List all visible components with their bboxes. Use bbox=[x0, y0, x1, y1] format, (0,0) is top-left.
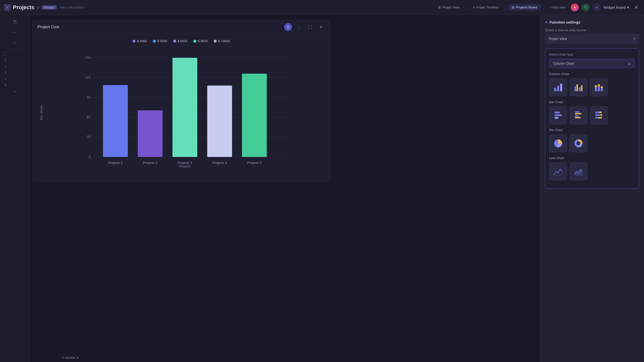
data-source-label: Select a view as data source bbox=[545, 28, 639, 32]
timeline-icon: ≡ bbox=[473, 5, 475, 9]
tab-projec-timeline[interactable]: ≡ Projec Timeline bbox=[470, 4, 502, 11]
column-chart-single[interactable] bbox=[549, 78, 567, 96]
records-label: 5 records bbox=[62, 356, 76, 360]
sidebar-row-4: 4 bbox=[0, 76, 30, 82]
legend-item-3: $ 6650 bbox=[173, 39, 188, 43]
svg-rect-39 bbox=[555, 114, 562, 116]
svg-rect-45 bbox=[575, 117, 580, 118]
column-chart-section-title: Column Chart bbox=[549, 72, 635, 76]
tab-divider-1: ⋮ bbox=[464, 5, 468, 10]
svg-text:Projects 5: Projects 5 bbox=[247, 161, 262, 165]
column-chart-stacked[interactable] bbox=[590, 78, 608, 96]
svg-rect-16 bbox=[242, 74, 267, 157]
more-options-button[interactable]: ⋮ bbox=[295, 23, 303, 31]
y-axis-label: Est. Hours bbox=[40, 105, 43, 120]
top-bar-left: # Projects ☆ Manager Add a description ⊞… bbox=[4, 4, 568, 11]
svg-rect-47 bbox=[595, 112, 599, 113]
star-icon[interactable]: ☆ bbox=[36, 5, 40, 10]
chart-type-selector: Select chart type Column Chart ▲ Column … bbox=[545, 48, 639, 188]
board-icon: ⊟ bbox=[512, 5, 514, 9]
pie-chart-standard[interactable] bbox=[549, 134, 567, 152]
svg-point-56 bbox=[576, 141, 580, 145]
pie-chart-section-title: Pie Chart bbox=[549, 128, 635, 132]
svg-rect-14 bbox=[172, 58, 197, 157]
column-chart-grouped[interactable] bbox=[570, 78, 588, 96]
legend-dot-3 bbox=[173, 40, 176, 43]
bar-chart-single[interactable] bbox=[549, 106, 567, 124]
bar-chart-grouped[interactable] bbox=[570, 106, 588, 124]
chart-type-value: Column Chart bbox=[553, 61, 574, 65]
line-chart-area[interactable] bbox=[570, 162, 588, 180]
settings-button[interactable]: ⚙ bbox=[284, 23, 292, 31]
project-title: Projects bbox=[13, 4, 34, 11]
close-button[interactable]: ✕ bbox=[632, 3, 640, 11]
widget-board-button[interactable]: Widget board ▾ bbox=[604, 5, 629, 10]
bar-chart-stacked[interactable] bbox=[590, 106, 608, 124]
user-avatar[interactable]: A bbox=[571, 3, 579, 11]
sidebar-menu-btn[interactable]: ☰ bbox=[10, 17, 20, 27]
svg-rect-22 bbox=[554, 88, 556, 91]
svg-rect-31 bbox=[595, 87, 597, 91]
svg-rect-36 bbox=[601, 86, 603, 88]
sidebar-forward-btn[interactable]: → bbox=[10, 38, 20, 48]
svg-text:30: 30 bbox=[86, 135, 90, 139]
pie-chart-donut[interactable] bbox=[570, 134, 588, 152]
svg-rect-52 bbox=[598, 117, 602, 118]
chart-inner: 150 120 90 60 30 0 bbox=[45, 48, 325, 177]
nav-tabs: ⊞ Projec View ⋮ ≡ Projec Timeline ⋮ ⊟ Pr… bbox=[435, 4, 568, 11]
svg-point-60 bbox=[560, 169, 560, 170]
svg-point-57 bbox=[554, 174, 555, 175]
svg-rect-40 bbox=[555, 117, 558, 119]
tab-projec-view[interactable]: ⊞ Projec View bbox=[435, 4, 463, 11]
header-checkbox[interactable] bbox=[3, 52, 7, 56]
svg-text:Projects 3: Projects 3 bbox=[178, 161, 192, 165]
line-chart-icons bbox=[549, 162, 635, 180]
chart-type-label: Select chart type bbox=[549, 52, 635, 56]
chart-body: $ 4460 $ 5560 $ 6650 $ 8825 bbox=[32, 34, 330, 182]
svg-rect-27 bbox=[576, 84, 578, 91]
line-chart-standard[interactable] bbox=[549, 162, 567, 180]
svg-text:120: 120 bbox=[85, 75, 91, 79]
sidebar-back-btn[interactable]: ← bbox=[10, 27, 20, 37]
chart-type-dropdown[interactable]: Column Chart ▲ bbox=[549, 59, 635, 68]
chart-area: Est. Hours bbox=[38, 48, 325, 177]
svg-rect-13 bbox=[138, 110, 162, 157]
add-row-button[interactable]: + bbox=[10, 88, 19, 95]
function-settings-title: ● Function settings bbox=[545, 20, 639, 24]
tab-projects-board[interactable]: ⊟ Projects Board bbox=[508, 4, 540, 11]
svg-text:Projects 1: Projects 1 bbox=[108, 161, 122, 165]
data-source-select[interactable]: Projec View ▾ bbox=[545, 34, 639, 43]
bar-chart-icons bbox=[549, 106, 635, 124]
chart-svg: 150 120 90 60 30 0 bbox=[45, 48, 325, 167]
project-description[interactable]: Add a description bbox=[60, 5, 84, 9]
add-view-button[interactable]: + Add view bbox=[547, 4, 568, 11]
chevron-down-icon: ▾ bbox=[627, 5, 629, 10]
svg-rect-28 bbox=[579, 87, 580, 91]
bar-chart-section-title: Bar Chart bbox=[549, 100, 635, 104]
sidebar-row-2: 2 bbox=[0, 63, 30, 69]
manager-badge: Manager bbox=[42, 5, 56, 9]
expand-button[interactable]: ⛶ bbox=[306, 23, 314, 31]
svg-rect-51 bbox=[595, 117, 598, 118]
sidebar-row-5: 5 bbox=[0, 82, 30, 88]
svg-rect-33 bbox=[598, 86, 600, 91]
svg-text:150: 150 bbox=[85, 55, 91, 59]
svg-point-59 bbox=[558, 172, 559, 173]
top-bar-right: A ↻ + Widget board ▾ ✕ bbox=[571, 3, 640, 11]
refresh-button[interactable]: ↻ bbox=[582, 3, 590, 11]
add-button[interactable]: + bbox=[593, 3, 600, 11]
y-axis-label-container: Est. Hours bbox=[38, 48, 45, 177]
pie-chart-icons bbox=[549, 134, 635, 152]
legend-item-5: $ 10680 bbox=[214, 39, 230, 43]
project-icon: # bbox=[4, 4, 11, 11]
svg-rect-35 bbox=[601, 88, 603, 91]
sidebar-header-row bbox=[0, 51, 30, 57]
row-number-2: 2 bbox=[3, 64, 8, 68]
chart-widget-header: Project Cost ⚙ ⋮ ⛶ ✕ bbox=[32, 20, 330, 34]
top-bar: # Projects ☆ Manager Add a description ⊞… bbox=[0, 0, 644, 15]
records-bar[interactable]: 5 records ▾ bbox=[62, 356, 79, 360]
sidebar-divider bbox=[6, 49, 24, 49]
chart-legend: $ 4460 $ 5560 $ 6650 $ 8825 bbox=[38, 39, 325, 43]
svg-point-61 bbox=[562, 170, 562, 171]
close-widget-button[interactable]: ✕ bbox=[317, 23, 325, 31]
